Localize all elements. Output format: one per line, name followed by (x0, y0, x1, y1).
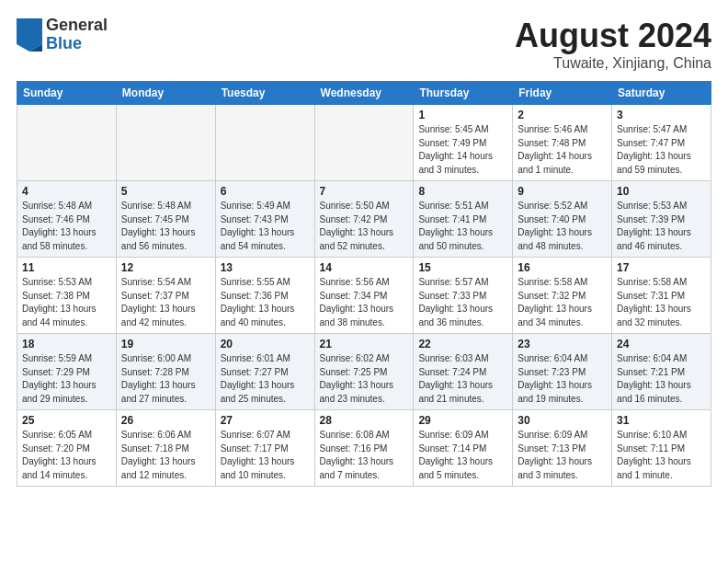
day-number: 8 (418, 185, 507, 198)
day-info: Sunrise: 5:51 AM Sunset: 7:41 PM Dayligh… (418, 200, 507, 253)
day-info: Sunrise: 6:02 AM Sunset: 7:25 PM Dayligh… (320, 352, 409, 406)
day-info: Sunrise: 5:56 AM Sunset: 7:34 PM Dayligh… (320, 276, 409, 329)
day-info: Sunrise: 5:48 AM Sunset: 7:46 PM Dayligh… (22, 200, 111, 253)
day-number: 29 (418, 414, 507, 427)
table-row: 17Sunrise: 5:58 AM Sunset: 7:31 PM Dayli… (612, 258, 711, 334)
table-row: 13Sunrise: 5:55 AM Sunset: 7:36 PM Dayli… (215, 258, 314, 334)
table-row: 29Sunrise: 6:09 AM Sunset: 7:14 PM Dayli… (414, 410, 513, 487)
calendar-table: Sunday Monday Tuesday Wednesday Thursday… (17, 81, 711, 487)
sub-title: Tuwaite, Xinjiang, China (515, 55, 711, 72)
day-number: 1 (418, 109, 507, 121)
day-number: 25 (22, 414, 111, 427)
table-row: 2Sunrise: 5:46 AM Sunset: 7:48 PM Daylig… (513, 105, 612, 181)
table-row: 6Sunrise: 5:49 AM Sunset: 7:43 PM Daylig… (215, 181, 314, 258)
table-row: 9Sunrise: 5:52 AM Sunset: 7:40 PM Daylig… (513, 181, 612, 258)
day-info: Sunrise: 5:58 AM Sunset: 7:31 PM Dayligh… (617, 276, 706, 329)
table-row (116, 105, 215, 181)
table-row: 5Sunrise: 5:48 AM Sunset: 7:45 PM Daylig… (116, 181, 215, 258)
table-row: 23Sunrise: 6:04 AM Sunset: 7:23 PM Dayli… (513, 334, 612, 410)
table-row: 31Sunrise: 6:10 AM Sunset: 7:11 PM Dayli… (612, 410, 711, 487)
day-number: 27 (221, 414, 310, 427)
table-row (215, 105, 314, 181)
day-number: 31 (617, 414, 706, 427)
day-info: Sunrise: 6:04 AM Sunset: 7:21 PM Dayligh… (617, 352, 706, 406)
table-row: 16Sunrise: 5:58 AM Sunset: 7:32 PM Dayli… (513, 258, 612, 334)
day-number: 12 (121, 261, 210, 274)
day-info: Sunrise: 6:04 AM Sunset: 7:23 PM Dayligh… (518, 352, 607, 406)
calendar-page: General Blue August 2024 Tuwaite, Xinjia… (0, 0, 728, 496)
table-row: 18Sunrise: 5:59 AM Sunset: 7:29 PM Dayli… (17, 334, 117, 410)
day-number: 28 (320, 414, 409, 427)
day-info: Sunrise: 6:06 AM Sunset: 7:18 PM Dayligh… (121, 429, 210, 482)
day-info: Sunrise: 5:49 AM Sunset: 7:43 PM Dayligh… (221, 200, 310, 253)
calendar-row: 25Sunrise: 6:05 AM Sunset: 7:20 PM Dayli… (17, 410, 711, 487)
calendar-row: 1Sunrise: 5:45 AM Sunset: 7:49 PM Daylig… (17, 105, 711, 181)
day-info: Sunrise: 6:03 AM Sunset: 7:24 PM Dayligh… (418, 352, 507, 406)
col-friday: Friday (513, 82, 612, 105)
table-row: 11Sunrise: 5:53 AM Sunset: 7:38 PM Dayli… (17, 258, 117, 334)
title-block: August 2024 Tuwaite, Xinjiang, China (515, 17, 711, 72)
table-row: 24Sunrise: 6:04 AM Sunset: 7:21 PM Dayli… (612, 334, 711, 410)
logo-general-text: General (46, 17, 108, 35)
table-row: 7Sunrise: 5:50 AM Sunset: 7:42 PM Daylig… (314, 181, 414, 258)
day-info: Sunrise: 6:05 AM Sunset: 7:20 PM Dayligh… (22, 429, 111, 482)
table-row (314, 105, 414, 181)
day-number: 6 (221, 185, 310, 198)
table-row: 27Sunrise: 6:07 AM Sunset: 7:17 PM Dayli… (215, 410, 314, 487)
table-row (17, 105, 117, 181)
table-row: 21Sunrise: 6:02 AM Sunset: 7:25 PM Dayli… (314, 334, 414, 410)
day-info: Sunrise: 5:59 AM Sunset: 7:29 PM Dayligh… (22, 352, 111, 406)
col-tuesday: Tuesday (215, 82, 314, 105)
day-info: Sunrise: 5:53 AM Sunset: 7:39 PM Dayligh… (617, 200, 706, 253)
day-info: Sunrise: 6:09 AM Sunset: 7:14 PM Dayligh… (418, 429, 507, 482)
day-info: Sunrise: 6:08 AM Sunset: 7:16 PM Dayligh… (320, 429, 409, 482)
calendar-row: 11Sunrise: 5:53 AM Sunset: 7:38 PM Dayli… (17, 258, 711, 334)
day-info: Sunrise: 5:47 AM Sunset: 7:47 PM Dayligh… (617, 123, 706, 177)
day-number: 7 (320, 185, 409, 198)
col-thursday: Thursday (414, 82, 513, 105)
day-number: 14 (320, 261, 409, 274)
day-number: 13 (221, 261, 310, 274)
day-number: 21 (320, 338, 409, 350)
day-number: 18 (22, 338, 111, 350)
day-number: 17 (617, 261, 706, 274)
table-row: 3Sunrise: 5:47 AM Sunset: 7:47 PM Daylig… (612, 105, 711, 181)
calendar-row: 18Sunrise: 5:59 AM Sunset: 7:29 PM Dayli… (17, 334, 711, 410)
table-row: 15Sunrise: 5:57 AM Sunset: 7:33 PM Dayli… (414, 258, 513, 334)
calendar-header-row: Sunday Monday Tuesday Wednesday Thursday… (17, 82, 711, 105)
day-number: 4 (22, 185, 111, 198)
day-info: Sunrise: 5:48 AM Sunset: 7:45 PM Dayligh… (121, 200, 210, 253)
table-row: 25Sunrise: 6:05 AM Sunset: 7:20 PM Dayli… (17, 410, 117, 487)
table-row: 30Sunrise: 6:09 AM Sunset: 7:13 PM Dayli… (513, 410, 612, 487)
day-info: Sunrise: 6:09 AM Sunset: 7:13 PM Dayligh… (518, 429, 607, 482)
table-row: 12Sunrise: 5:54 AM Sunset: 7:37 PM Dayli… (116, 258, 215, 334)
day-info: Sunrise: 6:01 AM Sunset: 7:27 PM Dayligh… (221, 352, 310, 406)
day-info: Sunrise: 6:10 AM Sunset: 7:11 PM Dayligh… (617, 429, 706, 482)
day-info: Sunrise: 5:52 AM Sunset: 7:40 PM Dayligh… (518, 200, 607, 253)
day-number: 10 (617, 185, 706, 198)
logo-icon (17, 18, 42, 52)
day-info: Sunrise: 6:07 AM Sunset: 7:17 PM Dayligh… (221, 429, 310, 482)
col-monday: Monday (116, 82, 215, 105)
logo: General Blue (17, 17, 108, 53)
day-number: 11 (22, 261, 111, 274)
table-row: 4Sunrise: 5:48 AM Sunset: 7:46 PM Daylig… (17, 181, 117, 258)
day-number: 16 (518, 261, 607, 274)
table-row: 19Sunrise: 6:00 AM Sunset: 7:28 PM Dayli… (116, 334, 215, 410)
day-info: Sunrise: 5:58 AM Sunset: 7:32 PM Dayligh… (518, 276, 607, 329)
day-number: 9 (518, 185, 607, 198)
col-wednesday: Wednesday (314, 82, 414, 105)
day-info: Sunrise: 6:00 AM Sunset: 7:28 PM Dayligh… (121, 352, 210, 406)
day-info: Sunrise: 5:50 AM Sunset: 7:42 PM Dayligh… (320, 200, 409, 253)
day-number: 20 (221, 338, 310, 350)
table-row: 20Sunrise: 6:01 AM Sunset: 7:27 PM Dayli… (215, 334, 314, 410)
day-number: 22 (418, 338, 507, 350)
table-row: 1Sunrise: 5:45 AM Sunset: 7:49 PM Daylig… (414, 105, 513, 181)
table-row: 22Sunrise: 6:03 AM Sunset: 7:24 PM Dayli… (414, 334, 513, 410)
day-number: 19 (121, 338, 210, 350)
table-row: 10Sunrise: 5:53 AM Sunset: 7:39 PM Dayli… (612, 181, 711, 258)
day-info: Sunrise: 5:53 AM Sunset: 7:38 PM Dayligh… (22, 276, 111, 329)
table-row: 8Sunrise: 5:51 AM Sunset: 7:41 PM Daylig… (414, 181, 513, 258)
day-number: 5 (121, 185, 210, 198)
logo-text: General Blue (46, 17, 108, 53)
